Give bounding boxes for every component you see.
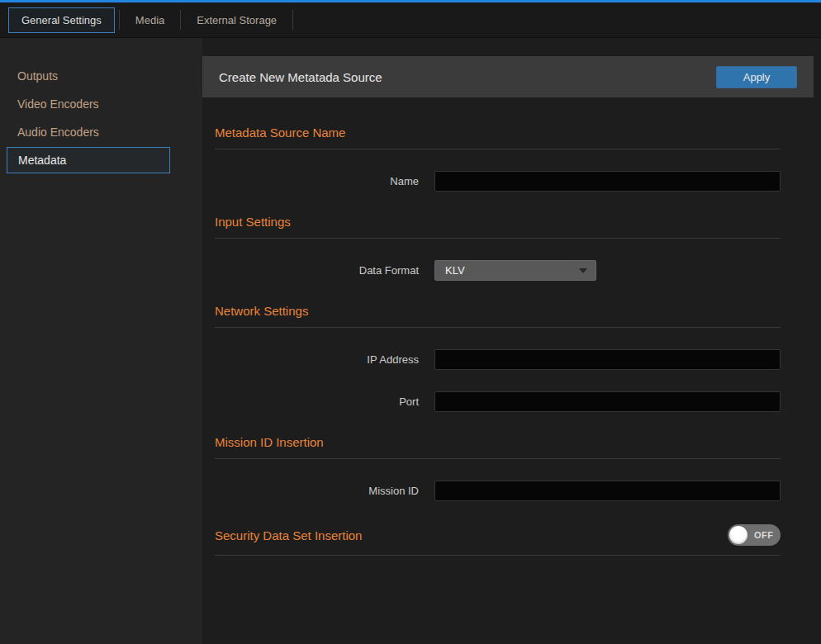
mission-id-label: Mission ID	[215, 485, 434, 497]
sidebar-item-label: Video Encoders	[17, 97, 99, 111]
apply-button[interactable]: Apply	[716, 66, 797, 88]
sidebar-item-video-encoders[interactable]: Video Encoders	[0, 90, 202, 118]
ip-address-input[interactable]	[434, 349, 781, 370]
page-body: Outputs Video Encoders Audio Encoders Me…	[0, 38, 821, 644]
name-label: Name	[215, 175, 434, 187]
section-heading: Security Data Set Insertion	[215, 528, 362, 542]
tab-separator	[180, 10, 181, 30]
section-divider	[215, 149, 781, 149]
sidebar-item-label: Outputs	[17, 69, 58, 83]
form-content: Metadata Source Name Name Input Settings…	[202, 97, 814, 556]
section-metadata-source-name: Metadata Source Name Name	[215, 125, 781, 192]
section-divider	[215, 327, 781, 328]
main-panel: Create New Metatada Source Apply Metadat…	[202, 38, 821, 644]
sidebar-item-label: Audio Encoders	[17, 125, 99, 139]
section-input-settings: Input Settings Data Format KLV	[215, 215, 781, 281]
form-row: Port	[215, 391, 781, 412]
section-heading-row: Security Data Set Insertion OFF	[215, 524, 781, 546]
toggle-knob	[729, 526, 747, 544]
form-row: Mission ID	[215, 481, 781, 501]
tab-separator	[119, 10, 120, 30]
data-format-selected-value: KLV	[445, 264, 465, 277]
sidebar-item-label: Metadata	[18, 154, 66, 167]
section-mission-id-insertion: Mission ID Insertion Mission ID	[215, 435, 781, 501]
tab-general-settings[interactable]: General Settings	[8, 7, 115, 33]
form-row: IP Address	[215, 349, 781, 370]
section-security-data-set-insertion: Security Data Set Insertion OFF	[215, 524, 781, 556]
security-data-set-toggle[interactable]: OFF	[728, 524, 781, 546]
section-heading: Input Settings	[215, 215, 781, 229]
data-format-dropdown[interactable]: KLV	[434, 260, 596, 281]
form-row: Name	[215, 171, 781, 192]
sidebar-item-metadata[interactable]: Metadata	[7, 147, 170, 173]
sidebar-item-outputs[interactable]: Outputs	[0, 62, 202, 90]
tab-external-storage-label: External Storage	[197, 14, 277, 26]
panel-header: Create New Metatada Source Apply	[202, 56, 814, 97]
form-row: Data Format KLV	[215, 260, 781, 281]
section-divider	[215, 458, 781, 459]
ip-address-label: IP Address	[215, 353, 434, 366]
tab-media[interactable]: Media	[124, 8, 176, 32]
mission-id-input[interactable]	[434, 481, 781, 501]
chevron-down-icon	[579, 268, 587, 273]
section-network-settings: Network Settings IP Address Port	[215, 304, 781, 412]
top-tab-bar: General Settings Media External Storage	[0, 0, 821, 38]
section-heading: Network Settings	[215, 304, 781, 318]
data-format-label: Data Format	[215, 264, 434, 277]
name-input[interactable]	[434, 171, 781, 192]
tab-separator	[292, 10, 293, 30]
section-divider	[215, 555, 781, 556]
toggle-state-label: OFF	[754, 530, 774, 540]
tab-media-label: Media	[135, 14, 164, 26]
app-window: General Settings Media External Storage …	[0, 0, 821, 644]
port-input[interactable]	[434, 391, 781, 412]
port-label: Port	[215, 395, 434, 408]
section-heading: Mission ID Insertion	[215, 435, 781, 449]
tab-external-storage[interactable]: External Storage	[185, 8, 288, 32]
sidebar-item-audio-encoders[interactable]: Audio Encoders	[0, 118, 202, 146]
sidebar: Outputs Video Encoders Audio Encoders Me…	[0, 38, 202, 644]
section-heading: Metadata Source Name	[215, 125, 781, 140]
page-title: Create New Metatada Source	[219, 70, 382, 84]
section-divider	[215, 238, 781, 239]
tab-general-settings-label: General Settings	[21, 14, 102, 26]
